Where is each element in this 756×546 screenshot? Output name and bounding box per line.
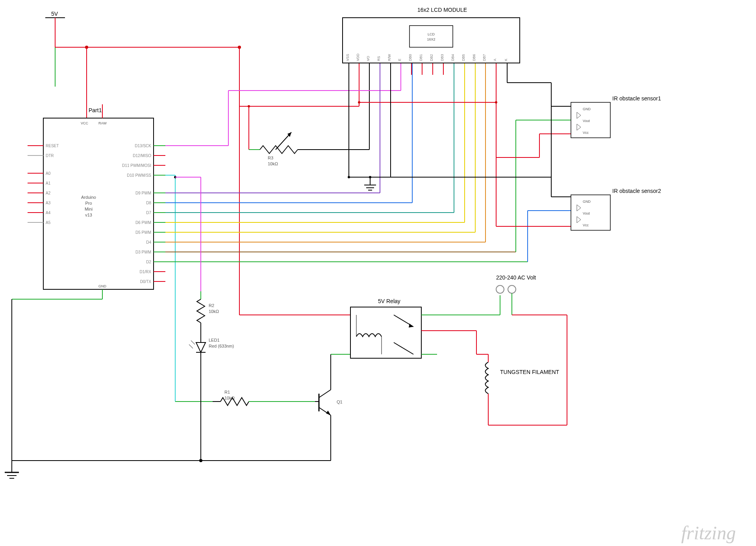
- svg-text:A3: A3: [46, 201, 51, 205]
- pin-gnd: GND: [98, 284, 107, 288]
- svg-text:D11 PWM/MOSI: D11 PWM/MOSI: [122, 163, 151, 168]
- ir1-vcc: Vcc: [583, 131, 589, 135]
- svg-point-195: [496, 285, 504, 293]
- svg-text:DB0: DB0: [408, 54, 412, 61]
- svg-text:D1/RX: D1/RX: [140, 270, 152, 274]
- svg-text:DB4: DB4: [451, 54, 455, 61]
- svg-text:DB7: DB7: [482, 54, 486, 61]
- svg-rect-128: [410, 26, 453, 47]
- ir2-vout: Vout: [583, 211, 590, 215]
- ir2-gnd: GND: [583, 200, 591, 204]
- svg-text:VDD: VDD: [356, 53, 360, 61]
- watermark: fritzing: [681, 522, 736, 543]
- svg-text:D7: D7: [146, 211, 151, 215]
- svg-text:D8: D8: [146, 201, 151, 205]
- svg-text:R1: R1: [224, 390, 230, 394]
- svg-text:D4: D4: [146, 240, 151, 244]
- svg-text:DB2: DB2: [430, 54, 434, 61]
- svg-text:A5: A5: [46, 220, 51, 225]
- relay-label: 5V Relay: [378, 298, 400, 304]
- svg-rect-182: [350, 307, 421, 358]
- svg-text:D10 PWM/SS: D10 PWM/SS: [127, 173, 151, 178]
- svg-point-196: [508, 285, 516, 293]
- svg-marker-177: [326, 411, 331, 415]
- svg-text:D13/SCK: D13/SCK: [135, 144, 151, 148]
- svg-rect-145: [571, 102, 610, 138]
- svg-text:A4: A4: [46, 211, 51, 215]
- svg-text:Red (633nm): Red (633nm): [209, 344, 234, 348]
- svg-text:D6 PWM: D6 PWM: [135, 220, 151, 225]
- svg-line-175: [319, 390, 331, 398]
- svg-text:A2: A2: [46, 191, 51, 195]
- filament-label: TUNGSTEN FILAMENT: [500, 369, 560, 375]
- svg-text:E: E: [398, 59, 402, 61]
- svg-text:R2: R2: [209, 303, 214, 308]
- svg-text:R/W: R/W: [387, 54, 391, 61]
- label-5v: 5V: [51, 11, 58, 17]
- lcd-title: 16x2 LCD MODULE: [417, 7, 467, 13]
- pin-raw: RAW: [98, 121, 107, 125]
- svg-text:RS: RS: [377, 56, 381, 61]
- svg-text:DTR: DTR: [46, 154, 54, 158]
- part-label: Part1: [89, 107, 102, 113]
- svg-point-99: [358, 101, 360, 104]
- svg-text:DB1: DB1: [419, 54, 423, 61]
- svg-text:VSS: VSS: [346, 54, 350, 61]
- svg-marker-157: [196, 342, 206, 352]
- svg-line-161: [191, 341, 195, 344]
- r1-q1: R1 10kΩ Q1: [213, 354, 350, 461]
- r2-led: R2 10kΩ LED1 Red (633nm): [189, 291, 234, 461]
- ir2-vcc: Vcc: [583, 223, 589, 227]
- svg-text:VO: VO: [366, 56, 370, 61]
- svg-point-100: [495, 101, 497, 104]
- lcd-inner1: LCD: [428, 32, 435, 36]
- svg-text:D2: D2: [146, 260, 151, 264]
- ir1-title: IR obstacle sensor1: [612, 95, 661, 102]
- svg-text:RESET: RESET: [46, 144, 59, 148]
- svg-text:A1: A1: [46, 181, 51, 185]
- svg-text:D12/MISO: D12/MISO: [133, 154, 151, 158]
- r3-pot: R3 10kΩ: [249, 132, 303, 166]
- svg-line-187: [394, 342, 413, 354]
- svg-text:Q1: Q1: [337, 400, 343, 404]
- svg-text:DB5: DB5: [461, 54, 465, 61]
- svg-line-162: [189, 344, 193, 348]
- svg-point-14: [248, 105, 250, 107]
- lcd-pins: VSS VDD VO RS R/W E DB0 DB1 DB2 DB3 DB4 …: [346, 53, 508, 61]
- pin-vcc: VCC: [81, 121, 89, 125]
- chip-l2: Pro: [85, 201, 92, 205]
- svg-text:10kΩ: 10kΩ: [209, 309, 219, 314]
- chip-l3: Mini: [85, 207, 93, 211]
- ir1-vout: Vout: [583, 119, 590, 123]
- svg-text:K: K: [504, 59, 508, 61]
- arduino-right-pins: D13/SCK D12/MISO D11 PWM/MOSI D10 PWM/SS…: [122, 144, 151, 284]
- svg-rect-146: [571, 195, 610, 230]
- lcd-inner2: 16X2: [427, 37, 435, 41]
- svg-point-115: [348, 176, 350, 178]
- svg-text:D3 PWM: D3 PWM: [135, 250, 151, 254]
- svg-text:DB3: DB3: [440, 54, 444, 61]
- svg-text:D5 PWM: D5 PWM: [135, 230, 151, 235]
- chip-l1: Arduino: [81, 195, 96, 200]
- svg-text:DB6: DB6: [472, 54, 476, 61]
- svg-marker-186: [409, 324, 413, 328]
- svg-text:LED1: LED1: [209, 338, 220, 342]
- svg-text:A0: A0: [46, 171, 51, 176]
- chip-l4: v13: [85, 213, 92, 217]
- svg-point-168: [199, 459, 202, 462]
- svg-text:R3: R3: [268, 155, 273, 160]
- svg-text:D9 PWM: D9 PWM: [135, 191, 151, 195]
- svg-text:D0/TX: D0/TX: [140, 279, 152, 284]
- svg-text:10kΩ: 10kΩ: [268, 161, 278, 166]
- ac-label: 220-240 AC Volt: [496, 274, 536, 281]
- ir1-gnd: GND: [583, 107, 591, 111]
- ir2-title: IR obstacle sensor2: [612, 188, 661, 194]
- svg-text:A: A: [493, 59, 497, 61]
